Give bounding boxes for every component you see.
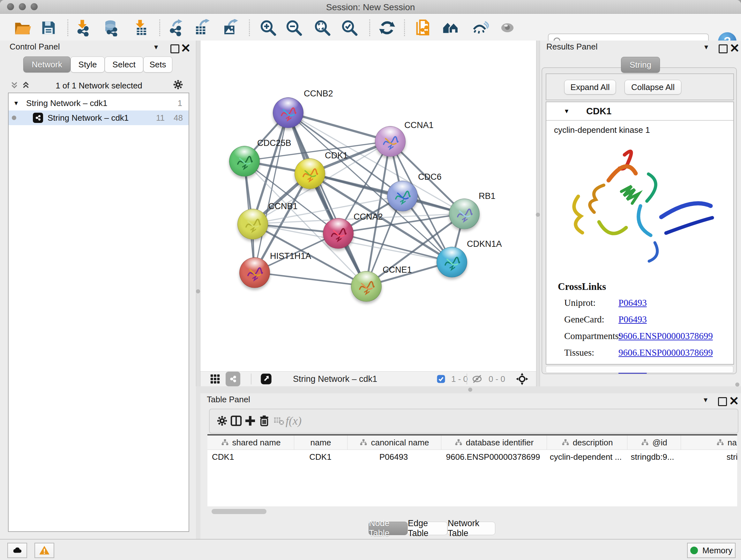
column-header-namespace[interactable]: namespace bbox=[681, 435, 737, 449]
table-cell[interactable]: stringdb:9... bbox=[626, 450, 679, 464]
eye-button[interactable] bbox=[498, 18, 517, 37]
hide-panels-button[interactable] bbox=[471, 18, 490, 37]
control-panel-close-icon[interactable]: ✕ bbox=[181, 43, 191, 54]
node-table[interactable]: shared namenamecanonical namedatabase id… bbox=[207, 434, 737, 506]
grid-view-icon[interactable] bbox=[207, 373, 223, 385]
warning-status-button[interactable] bbox=[35, 543, 54, 558]
tab-sets[interactable]: Sets bbox=[143, 57, 172, 72]
collapse-all-icon[interactable] bbox=[10, 79, 19, 91]
toolbar-separator bbox=[67, 19, 68, 36]
table-cell[interactable]: 9606.ENSP00000378699 bbox=[441, 450, 546, 464]
table-horizontal-scrollbar[interactable] bbox=[209, 508, 737, 515]
results-panel-menu-icon[interactable]: ▾ bbox=[704, 41, 708, 53]
control-panel-menu-icon[interactable]: ▾ bbox=[154, 41, 158, 53]
tab-style[interactable]: Style bbox=[71, 57, 105, 72]
column-header-description[interactable]: description bbox=[547, 435, 627, 449]
network-node-cdc6[interactable] bbox=[387, 181, 418, 211]
table-cell[interactable]: cyclin-dependent ... bbox=[546, 450, 626, 464]
share-document-button[interactable] bbox=[414, 18, 433, 37]
string-view-icon[interactable] bbox=[225, 373, 241, 385]
import-table-icon bbox=[132, 19, 149, 37]
expand-all-button[interactable]: Expand All bbox=[564, 80, 616, 95]
section-collapse-icon[interactable]: ▾ bbox=[565, 107, 568, 115]
export-image-button[interactable] bbox=[220, 18, 240, 37]
application-window: Session: New Session bbox=[0, 0, 741, 560]
column-header-database-identifier[interactable]: database identifier bbox=[441, 435, 547, 449]
shared-column-icon bbox=[359, 438, 367, 447]
table-row[interactable]: CDK1CDK1P064939606.ENSP00000378699cyclin… bbox=[207, 450, 737, 464]
tab-network-table[interactable]: Network Table bbox=[448, 522, 495, 535]
column-header--id[interactable]: @id bbox=[627, 435, 681, 449]
network-node-ccna1[interactable] bbox=[375, 126, 406, 157]
zoom-selected-button[interactable] bbox=[340, 18, 359, 37]
refresh-view-button[interactable] bbox=[378, 18, 397, 37]
network-node-cdkn1a[interactable] bbox=[436, 247, 467, 277]
birds-eye-crosshair-icon[interactable] bbox=[514, 373, 530, 385]
open-in-window-icon[interactable] bbox=[258, 373, 274, 385]
column-header-name[interactable]: name bbox=[294, 435, 347, 449]
crosslink-label: Compartments: bbox=[564, 331, 618, 341]
home-icon bbox=[442, 19, 460, 37]
tab-edge-table[interactable]: Edge Table bbox=[408, 522, 448, 535]
table-panel-float-icon[interactable] bbox=[718, 396, 727, 408]
results-panel-float-icon[interactable] bbox=[719, 43, 728, 55]
column-header-canonical-name[interactable]: canonical name bbox=[347, 435, 441, 449]
network-node-ccna2[interactable] bbox=[323, 218, 354, 249]
zoom-in-button[interactable] bbox=[259, 18, 278, 37]
table-cell[interactable]: CDK1 bbox=[207, 450, 294, 464]
import-network-database-button[interactable] bbox=[102, 18, 121, 37]
table-cell[interactable]: P06493 bbox=[347, 450, 441, 464]
selected-checkbox-icon[interactable] bbox=[435, 373, 447, 385]
table-panel-menu-icon[interactable]: ▾ bbox=[704, 394, 708, 406]
results-splitter-handle[interactable] bbox=[735, 382, 739, 387]
network-options-gear-icon[interactable] bbox=[172, 79, 184, 90]
table-panel-close-icon[interactable]: ✕ bbox=[729, 395, 739, 407]
crosslink-value-link[interactable]: 9606.ENSP00000378699 bbox=[618, 331, 713, 341]
results-horizontal-scrollbar[interactable] bbox=[546, 366, 733, 373]
protein-thumbnail bbox=[393, 187, 412, 206]
network-node-ccne1[interactable] bbox=[351, 271, 382, 302]
fit-content-button[interactable] bbox=[313, 18, 332, 37]
network-collection-row[interactable]: ▾ String Network – cdk1 1 bbox=[9, 96, 189, 111]
collapse-all-button[interactable]: Collapse All bbox=[624, 80, 681, 95]
cloud-status-button[interactable] bbox=[7, 543, 27, 558]
network-canvas[interactable]: CCNB2CCNA1CDC25BCDK1CDC6RB1CCNB1CCNA2CDK… bbox=[200, 41, 536, 371]
left-splitter[interactable] bbox=[196, 41, 200, 386]
import-table-button[interactable] bbox=[131, 18, 150, 37]
results-panel-close-icon[interactable]: ✕ bbox=[730, 43, 740, 54]
network-node-cdc25b[interactable] bbox=[229, 146, 260, 177]
tree-expand-icon[interactable]: ▾ bbox=[14, 99, 18, 107]
column-header-shared-name[interactable]: shared name bbox=[207, 435, 294, 449]
table-cell[interactable]: CDK1 bbox=[294, 450, 347, 464]
home-button[interactable] bbox=[441, 18, 460, 37]
hidden-eye-icon[interactable] bbox=[470, 373, 484, 385]
zoom-out-button[interactable] bbox=[284, 18, 304, 37]
tab-select[interactable]: Select bbox=[105, 57, 143, 72]
network-node-rb1[interactable] bbox=[449, 199, 480, 229]
tab-node-table[interactable]: Node Table bbox=[368, 522, 408, 535]
crosslink-value-link[interactable]: 9606.ENSP00000378699 bbox=[618, 348, 713, 358]
memory-button[interactable]: Memory bbox=[687, 543, 736, 558]
scrollbar-thumb[interactable] bbox=[212, 509, 266, 514]
left-splitter-handle[interactable] bbox=[196, 289, 200, 294]
network-node-cdk1[interactable] bbox=[294, 159, 325, 189]
network-node-hist1h1a[interactable] bbox=[239, 257, 270, 288]
expand-all-icon[interactable] bbox=[21, 79, 30, 91]
crosslink-value-link[interactable]: P06493 bbox=[618, 298, 647, 308]
control-panel-float-icon[interactable] bbox=[171, 43, 179, 55]
export-table-button[interactable] bbox=[192, 18, 211, 37]
cdk1-section-header[interactable]: ▾ CDK1 bbox=[546, 102, 733, 121]
export-network-button[interactable] bbox=[166, 18, 185, 37]
crosslink-value-link[interactable]: P06493 bbox=[618, 314, 647, 325]
import-network-button[interactable] bbox=[73, 18, 92, 37]
network-row[interactable]: String Network – cdk1 11 48 bbox=[9, 111, 189, 125]
network-node-ccnb2[interactable] bbox=[273, 98, 304, 128]
tab-network[interactable]: Network bbox=[23, 57, 71, 72]
horizontal-splitter-handle[interactable] bbox=[468, 388, 472, 392]
open-session-button[interactable] bbox=[13, 18, 32, 37]
table-cell[interactable]: stringdb bbox=[679, 450, 737, 464]
tab-string[interactable]: String bbox=[621, 57, 660, 73]
network-node-ccnb1[interactable] bbox=[238, 209, 268, 240]
right-splitter-handle[interactable] bbox=[536, 212, 540, 217]
save-session-button[interactable] bbox=[39, 18, 58, 37]
